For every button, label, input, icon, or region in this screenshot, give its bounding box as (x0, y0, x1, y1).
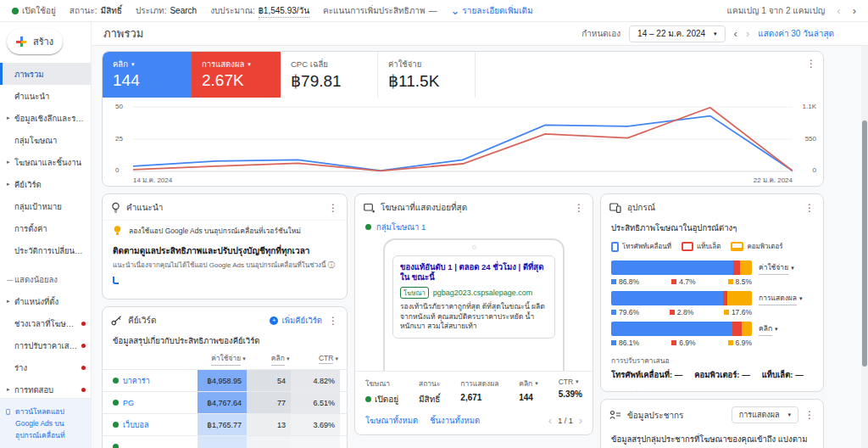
keyword-cell[interactable]: เว็บบอล (103, 414, 198, 435)
create-button[interactable]: สร้าง (7, 29, 63, 54)
notification-dot-icon (81, 366, 86, 370)
ad-footer-links: โฆษณาทั้งหมด ชิ้นงานทั้งหมด ‹ 1 / 1 › (355, 408, 593, 434)
app-download-banner[interactable]: ดาวน์โหลดแอป Google Ads บนอุปกรณ์เคลื่อน… (0, 398, 91, 448)
status-dot-icon (113, 444, 119, 448)
keyword-cell[interactable]: บาคาร่า (103, 370, 198, 391)
ad-stat-โฆษณา: โฆษณาเปิดอยู่ (365, 378, 398, 406)
sidebar-item[interactable]: ร่าง (0, 356, 91, 378)
keyword-cell[interactable] (103, 436, 198, 448)
sidebar-item[interactable]: การปรับราคาเสนอขั้นสูง (0, 334, 91, 356)
budget-value[interactable]: ฿1,545.93/วัน (259, 4, 309, 18)
devices-subtitle: ประสิทธิภาพโฆษณาในอุปกรณ์ต่างๆ (601, 220, 823, 241)
lightbulb-yellow-icon (113, 225, 122, 238)
scorecard-clicks[interactable]: คลิก▾ 144 (103, 52, 192, 98)
sidebar-item[interactable]: —แสดงน้อยลง (0, 268, 91, 290)
bar-segment (732, 322, 742, 336)
page-indicator: 1 / 1 (558, 417, 573, 425)
bar-metric-dropdown[interactable]: คลิก▾ (759, 322, 813, 336)
add-keyword-label: เพิ่มคีย์เวิร์ด (281, 314, 322, 327)
scorecard-avg-cpc[interactable]: CPC เฉลี่ย ฿79.81 (281, 52, 378, 98)
page-prev-icon[interactable]: ‹ (548, 415, 552, 426)
ad-group-link[interactable]: กลุ่มโฆษณา 1 (355, 220, 593, 238)
all-ads-link[interactable]: โฆษณาทั้งหมด (365, 414, 418, 427)
date-next-icon[interactable]: › (746, 28, 749, 39)
bar-segment (742, 322, 751, 336)
cost-cell: ฿4,958.95 (198, 370, 247, 391)
date-range-select[interactable]: 14 – 22 ม.ค. 2024 ▾ (629, 25, 726, 42)
ad-stat-การแสดงผล: การแสดงผล2,671 (460, 378, 498, 406)
budget-item[interactable]: งบประมาณ: ฿1,545.93/วัน (210, 4, 309, 18)
stat-label[interactable]: คลิก ▾ (519, 378, 538, 389)
devices-footer-link[interactable]: อุปกรณ์ (601, 381, 823, 392)
campaign-enabled-status[interactable]: เปิดใช้อยู่ (12, 4, 56, 17)
ad-description: รองเท้านิรภัยราคาถูกที่สุด ดีที่สุดในขณะ… (400, 302, 548, 333)
scorecard-impressions[interactable]: การแสดงผล▾ 2.67K (192, 52, 281, 98)
prev-campaign-icon[interactable]: ‹ (837, 5, 840, 16)
card-menu-icon[interactable]: ⋮ (328, 316, 338, 326)
status-label: สถานะ: (70, 4, 97, 17)
recommendation-banner[interactable]: ลองใช้แอป Google Ads บนอุปกรณ์เคลื่อนที่… (103, 220, 347, 242)
sidebar-item[interactable]: ▸ข้อมูลเชิงลึกและรายงาน (0, 107, 91, 129)
sidebar-item[interactable]: ภาพรวม (0, 63, 91, 85)
ad-stat-สถานะ: สถานะมีสิทธิ์ (419, 378, 440, 406)
card-menu-icon[interactable]: ⋮ (804, 203, 815, 213)
more-details-label: รายละเอียดเพิ่มเติม (462, 4, 532, 17)
campaign-pager: แคมเปญ 1 จาก 2 แคมเปญ ‹ › (727, 4, 856, 17)
sidebar-item[interactable]: ▸การทดสอบ (0, 378, 91, 398)
key-icon (111, 316, 122, 326)
card-menu-icon[interactable]: ⋮ (328, 203, 338, 213)
scorecard-cost[interactable]: ค่าใช้จ่าย ฿11.5K (378, 52, 476, 98)
page-next-icon[interactable]: › (579, 415, 582, 426)
scorecard-value: ฿11.5K (388, 71, 465, 91)
show-last-30-link[interactable]: แสดงค่า 30 วันล่าสุด (758, 27, 834, 40)
card-menu-icon[interactable]: ⋮ (804, 410, 815, 420)
sidebar-item[interactable]: ประวัติการเปลี่ยนแปลง (0, 239, 91, 261)
sidebar-item[interactable]: ▸คีย์เวิร์ด (0, 173, 91, 195)
sidebar-item-label: ตำแหน่งที่ตั้ง (14, 295, 87, 308)
all-assets-link[interactable]: ชิ้นงานทั้งหมด (430, 414, 480, 427)
next-campaign-icon[interactable]: › (853, 5, 856, 16)
chart-menu-icon[interactable]: ⋮ (806, 59, 816, 69)
cost-cell: ฿4,767.64 (198, 392, 247, 413)
sidebar-item[interactable]: คำแนะนำ (0, 85, 91, 107)
sidebar-item[interactable]: การตั้งค่า (0, 217, 91, 239)
ad-stat-คลิก: คลิก ▾144 (519, 378, 538, 406)
add-circle-icon: + (270, 316, 278, 325)
ad-display-url: pgbag2023.cspsalepage.com (433, 288, 533, 297)
sidebar-item[interactable]: กลุ่มโฆษณา (0, 129, 91, 151)
scrollbar-track[interactable] (861, 46, 868, 448)
campaign-status-bar: เปิดใช้อยู่ สถานะ: มีสิทธิ์ ประเภท: Sear… (0, 0, 868, 22)
recommendation-subtext: แนะนำเนื่องจากคุณไม่ได้ใช้แอป Google Ads… (103, 257, 347, 271)
bar-metric-dropdown[interactable]: การแสดงผล▾ (759, 292, 813, 305)
overview-header: ภาพรวม กำหนดเอง 14 – 22 ม.ค. 2024 ▾ ‹ › … (92, 22, 868, 46)
notification-dot-icon (81, 344, 86, 348)
stat-label[interactable]: CTR ▾ (559, 378, 582, 386)
cost-cell: ฿1,765.77 (198, 414, 247, 435)
more-details-link[interactable]: ⌄ รายละเอียดเพิ่มเติม (451, 4, 533, 17)
keywords-column-headers: ค่าใช้จ่าย▾ คลิก▾ CTR▾ (103, 352, 347, 369)
column-header-cost[interactable]: ค่าใช้จ่าย▾ (197, 352, 246, 366)
sidebar-item-label: กลุ่มเป้าหมาย (14, 200, 87, 213)
sidebar-item[interactable]: ช่วงเวลาที่โฆษณาทำงาน (0, 312, 91, 334)
sidebar-item-label: แสดงน้อยลง (14, 273, 87, 286)
sidebar-item[interactable]: กลุ่มเป้าหมาย (0, 195, 91, 217)
bar-metric-dropdown[interactable]: ค่าใช้จ่าย▾ (759, 261, 813, 275)
card-menu-icon[interactable]: ⋮ (574, 203, 584, 213)
chevron-down-icon: ⌄ (451, 5, 460, 16)
ad-preview: ของแท้อันดับ 1 | ตลอด 24 ชั่วโมง | ดีที่… (392, 255, 555, 339)
date-prev-icon[interactable]: ‹ (734, 28, 737, 39)
card-title: คำแนะนำ (126, 201, 163, 214)
cost-cell (198, 436, 247, 448)
add-keyword-link[interactable]: + เพิ่มคีย์เวิร์ด (270, 314, 322, 327)
demographics-metric-dropdown[interactable]: การแสดงผล ▾ (732, 406, 798, 423)
keywords-table-body: บาคาร่า฿4,958.95544.82%PG฿4,767.64776.51… (103, 369, 347, 448)
column-header-clicks[interactable]: คลิก▾ (246, 352, 290, 366)
sidebar-item-label: ประวัติการเปลี่ยนแปลง (14, 244, 87, 257)
scrollbar-thumb[interactable] (862, 120, 867, 367)
type-value: Search (170, 6, 197, 15)
column-header-ctr[interactable]: CTR▾ (289, 352, 338, 366)
sidebar-item[interactable]: ▸ตำแหน่งที่ตั้ง (0, 290, 91, 312)
sidebar-item[interactable]: ▸โฆษณาและชิ้นงาน (0, 151, 91, 173)
info-icon[interactable]: ⓘ (328, 261, 335, 269)
keyword-cell[interactable]: PG (103, 392, 198, 413)
